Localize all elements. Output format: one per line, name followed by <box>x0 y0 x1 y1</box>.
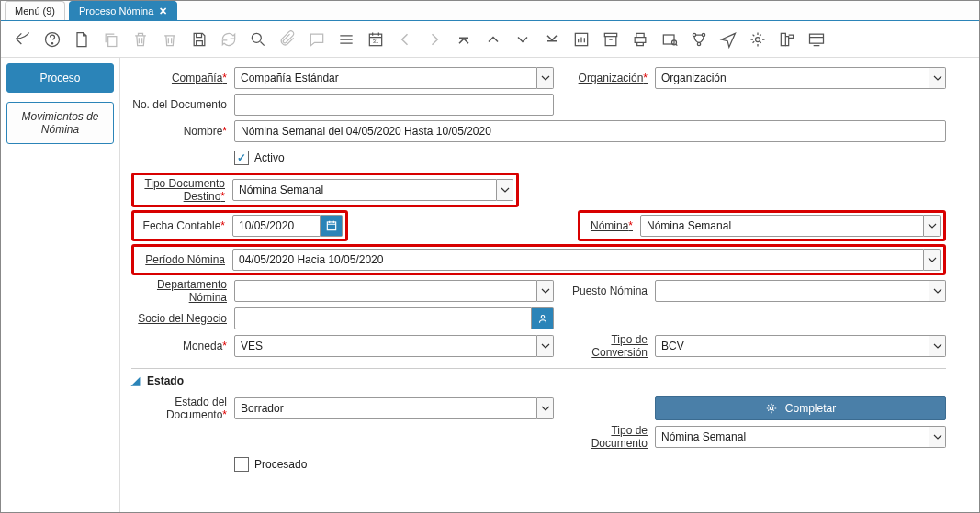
fecha-contable-input[interactable]: 10/05/2020 <box>232 215 321 237</box>
toolbar: 31 <box>1 21 979 58</box>
prev-icon <box>396 30 414 49</box>
procesado-checkbox[interactable] <box>234 457 249 472</box>
organizacion-input[interactable]: Organización <box>655 67 929 89</box>
down-icon[interactable] <box>513 30 532 49</box>
help-icon[interactable] <box>43 30 62 49</box>
svg-rect-7 <box>604 33 616 36</box>
sidebar-item-label: Proceso <box>39 72 80 84</box>
label-organizacion: Organización* <box>554 72 655 84</box>
last-icon[interactable] <box>543 30 561 49</box>
label-tipo-doc-destino: Tipo Documento Destino* <box>137 177 232 203</box>
nomina-input[interactable]: Nómina Semanal <box>640 215 924 237</box>
label-socio-negocio: Socio del Negocio <box>131 312 234 325</box>
label-fecha-contable: Fecha Contable* <box>137 219 232 232</box>
sidebar: Proceso Movimientos de Nómina <box>1 58 120 512</box>
product-icon[interactable] <box>778 30 796 49</box>
calendar-picker-icon[interactable] <box>321 215 343 237</box>
sidebar-item-proceso[interactable]: Proceso <box>6 63 114 93</box>
archive-icon[interactable] <box>602 30 620 49</box>
chevron-down-icon[interactable] <box>537 280 554 302</box>
chevron-down-icon[interactable] <box>924 215 941 237</box>
label-nombre: Nombre* <box>131 125 234 138</box>
tab-proceso-nomina[interactable]: Proceso Nómina ✕ <box>69 1 177 20</box>
refresh-icon <box>220 30 238 49</box>
new-icon[interactable] <box>73 30 91 49</box>
svg-point-13 <box>756 37 760 41</box>
back-arrow-icon[interactable] <box>14 30 32 49</box>
gear-icon[interactable] <box>749 30 767 49</box>
chat-icon <box>308 30 326 49</box>
label-activo: Activo <box>254 151 285 164</box>
label-periodo-nomina: Período Nómina <box>137 253 232 266</box>
label-nomina: Nómina* <box>583 219 640 232</box>
svg-point-10 <box>693 33 695 36</box>
chevron-down-icon[interactable] <box>929 67 946 89</box>
svg-rect-8 <box>663 35 674 44</box>
chevron-down-icon[interactable] <box>537 397 554 419</box>
workflow-icon[interactable] <box>690 30 708 49</box>
nombre-input[interactable]: Nómina Semanal del 04/05/2020 Hasta 10/0… <box>234 120 946 142</box>
grid-icon[interactable] <box>337 30 355 49</box>
chevron-down-icon[interactable] <box>537 335 554 357</box>
svg-point-3 <box>252 33 261 42</box>
completar-button-label: Completar <box>785 402 836 415</box>
svg-rect-14 <box>781 33 785 45</box>
activo-checkbox[interactable] <box>234 151 249 165</box>
chevron-down-icon[interactable] <box>929 335 946 357</box>
section-estado[interactable]: ◢ Estado <box>131 368 946 393</box>
tab-bar: Menú (9) Proceso Nómina ✕ <box>1 1 979 21</box>
chevron-down-icon[interactable] <box>929 280 946 302</box>
tab-menu[interactable]: Menú (9) <box>5 1 65 20</box>
svg-rect-16 <box>327 222 335 230</box>
tipo-conversion-input[interactable]: BCV <box>655 335 929 357</box>
first-icon[interactable] <box>455 30 473 49</box>
up-icon[interactable] <box>484 30 502 49</box>
label-puesto-nomina: Puesto Nómina <box>554 284 655 297</box>
moneda-input[interactable]: VES <box>234 335 537 357</box>
svg-rect-2 <box>108 36 117 46</box>
departamento-nomina-input[interactable] <box>234 280 537 302</box>
chevron-down-icon[interactable] <box>929 426 946 448</box>
label-estado-doc: Estado del Documento* <box>131 396 234 421</box>
estado-doc-input[interactable]: Borrador <box>234 397 537 419</box>
send-icon[interactable] <box>719 30 738 49</box>
collapse-icon: ◢ <box>131 374 140 387</box>
next-icon <box>425 30 444 49</box>
label-procesado: Procesado <box>254 458 307 471</box>
tab-proceso-nomina-label: Proceso Nómina <box>79 6 153 17</box>
svg-point-11 <box>702 33 704 36</box>
sidebar-item-movimientos[interactable]: Movimientos de Nómina <box>6 102 114 144</box>
section-estado-label: Estado <box>147 374 184 387</box>
svg-point-18 <box>770 407 773 410</box>
socio-negocio-input[interactable] <box>234 307 532 329</box>
copy-icon <box>102 30 120 49</box>
svg-text:31: 31 <box>373 39 378 44</box>
close-icon[interactable]: ✕ <box>159 6 167 17</box>
tipo-doc-destino-input[interactable]: Nómina Semanal <box>232 179 497 201</box>
puesto-nomina-input[interactable] <box>655 280 929 302</box>
chevron-down-icon[interactable] <box>497 179 513 201</box>
compania-input[interactable]: Compañía Estándar <box>234 67 537 89</box>
calendar-icon[interactable]: 31 <box>366 30 385 49</box>
attachment-icon <box>278 30 297 49</box>
print-icon[interactable] <box>631 30 649 49</box>
svg-point-1 <box>51 42 52 43</box>
label-tipo-conversion: Tipo de Conversión <box>554 333 655 359</box>
delete-icon <box>131 30 150 49</box>
form-area: Compañía* Compañía Estándar Organización… <box>120 58 979 512</box>
chevron-down-icon[interactable] <box>924 249 941 271</box>
zoom-icon[interactable] <box>660 30 679 49</box>
completar-button[interactable]: Completar <box>655 396 946 420</box>
gear-icon <box>765 402 778 415</box>
screen-icon[interactable] <box>807 30 826 49</box>
save-icon[interactable] <box>190 30 208 49</box>
partner-lookup-icon[interactable] <box>532 307 554 329</box>
tipo-doc-input[interactable]: Nómina Semanal <box>655 426 929 448</box>
report-icon[interactable] <box>572 30 591 49</box>
search-icon[interactable] <box>249 30 267 49</box>
periodo-nomina-input[interactable]: 04/05/2020 Hacia 10/05/2020 <box>232 249 924 271</box>
chevron-down-icon[interactable] <box>537 67 554 89</box>
label-moneda: Moneda* <box>131 340 234 352</box>
label-departamento-nomina: Departamento Nómina <box>131 278 234 304</box>
no-doc-input[interactable] <box>234 94 554 116</box>
